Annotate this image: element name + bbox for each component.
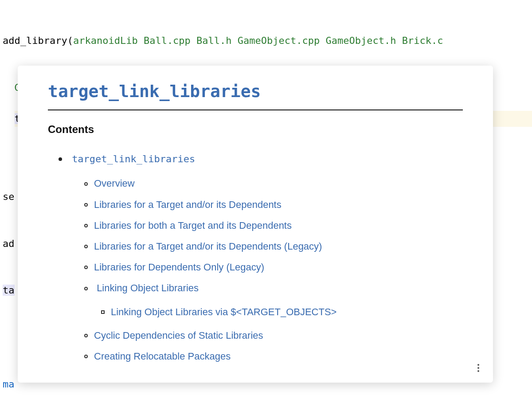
code-line[interactable]: add_library(arkanoidLib Ball.cpp Ball.h … [3, 33, 529, 48]
toc-link-overview[interactable]: Overview [94, 178, 135, 189]
toc-link-libs-target-dependents[interactable]: Libraries for a Target and/or its Depend… [94, 199, 282, 210]
toc-link-linking-via-target-objects[interactable]: Linking Object Libraries via $<TARGET_OB… [111, 306, 336, 317]
toc-link-libs-legacy[interactable]: Libraries for a Target and/or its Depend… [94, 241, 322, 252]
more-options-icon[interactable] [473, 363, 483, 373]
toc-sub2: Linking Object Libraries via $<TARGET_OB… [84, 304, 463, 320]
toc-link-libs-both[interactable]: Libraries for both a Target and its Depe… [94, 220, 292, 231]
documentation-popup: target_link_libraries Contents target_li… [18, 66, 493, 383]
toc-link-linking-object-libs[interactable]: Linking Object Libraries [97, 282, 199, 293]
toc-sub: Overview Libraries for a Target and/or i… [59, 176, 463, 364]
toc-root: target_link_libraries Overview Libraries… [48, 151, 463, 364]
doc-title: target_link_libraries [48, 78, 463, 110]
toc-link-cyclic-deps[interactable]: Cyclic Dependencies of Static Libraries [94, 330, 263, 341]
toc-link-root[interactable]: target_link_libraries [72, 153, 195, 164]
toc-link-relocatable-packages[interactable]: Creating Relocatable Packages [94, 351, 231, 362]
contents-heading: Contents [48, 121, 463, 138]
toc-link-libs-dependents-only-legacy[interactable]: Libraries for Dependents Only (Legacy) [94, 262, 264, 273]
